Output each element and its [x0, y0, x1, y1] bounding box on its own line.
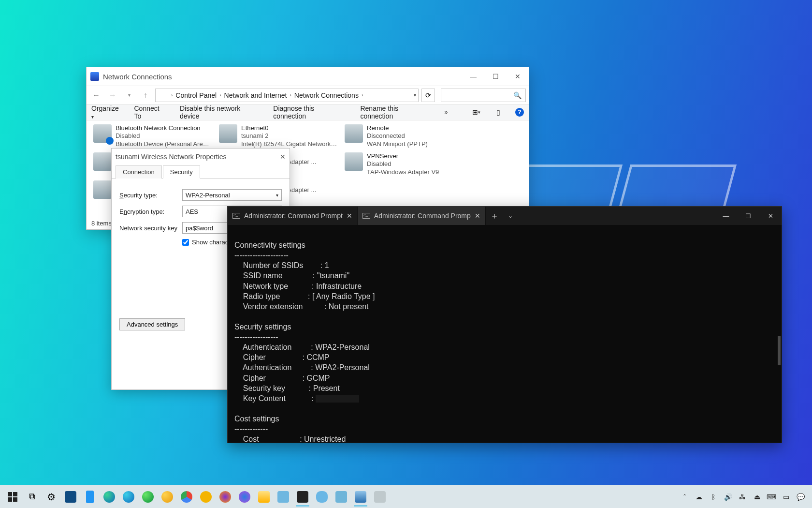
terminal-tabstrip: Administrator: Command Prompt ✕ Administ…: [228, 207, 782, 225]
terminal-tab-1[interactable]: Administrator: Command Prompt ✕: [228, 207, 358, 225]
conn-status: Disconnected: [367, 132, 428, 140]
volume-tray-icon[interactable]: 🔊: [723, 493, 733, 501]
app-icon-2[interactable]: [370, 487, 390, 507]
forward-button[interactable]: →: [106, 89, 119, 102]
terminal-taskbar-icon[interactable]: [293, 487, 312, 507]
edge-canary-icon[interactable]: [158, 487, 177, 507]
chrome-icon[interactable]: [177, 487, 196, 507]
rename-cmd[interactable]: Rename this connection: [360, 105, 433, 120]
props-titlebar[interactable]: tsunami Wireless Network Properties ✕: [112, 149, 290, 165]
disable-device-cmd[interactable]: Disable this network device: [180, 105, 261, 120]
tray-expand-icon[interactable]: ˄: [680, 493, 689, 501]
nc-titlebar[interactable]: Network Connections — ☐ ✕: [87, 67, 529, 86]
tab-dropdown-button[interactable]: ⌄: [503, 207, 518, 225]
terminal-tab-2-title: Administrator: Command Promp: [374, 212, 471, 220]
svg-rect-0: [8, 492, 12, 496]
edge-beta-icon[interactable]: [119, 487, 138, 507]
refresh-button[interactable]: ⟳: [421, 89, 435, 102]
diagnose-cmd[interactable]: Diagnose this connection: [273, 105, 348, 120]
organize-menu[interactable]: Organize: [91, 105, 122, 120]
taskbar: ⧉ ⚙ ˄ ☁ ᛒ 🔊 🖧 ⏏ ⌨ ▭ 💬: [0, 485, 812, 508]
props-close-button[interactable]: ✕: [280, 153, 286, 161]
onedrive-tray-icon[interactable]: ☁: [694, 493, 704, 501]
control-panel-taskbar-icon[interactable]: [351, 487, 370, 507]
keyboard-tray-icon[interactable]: ⌨: [767, 493, 776, 501]
connection-ethernet0[interactable]: Ethernet0 tsunami 2 Intel(R) 82574L Giga…: [219, 124, 340, 148]
onedrive-icon[interactable]: [312, 487, 332, 507]
adapter-icon: [345, 152, 363, 171]
network-tray-icon[interactable]: 🖧: [738, 493, 747, 501]
search-box[interactable]: 🔍: [441, 89, 526, 102]
advanced-settings-button[interactable]: Advanced settings: [119, 318, 185, 330]
conn-device: WAN Miniport (PPTP): [367, 140, 428, 148]
usb-tray-icon[interactable]: ⏏: [752, 493, 762, 501]
terminal-tab-2[interactable]: Administrator: Command Promp ✕: [358, 207, 486, 225]
explorer-icon[interactable]: [254, 487, 274, 507]
connection-remote[interactable]: Remote Disconnected WAN Miniport (PPTP): [345, 124, 465, 148]
firefox-icon[interactable]: [216, 487, 235, 507]
back-button[interactable]: ←: [89, 89, 103, 102]
nc-title: Network Connections: [103, 73, 172, 81]
crumb-network-connections[interactable]: Network Connections: [294, 91, 359, 99]
conn-name: VPNServer: [367, 152, 439, 160]
conn-name: Remote: [367, 124, 428, 132]
adapter-icon: [93, 180, 112, 199]
notifications-tray-icon[interactable]: 💬: [796, 493, 805, 501]
up-button[interactable]: ↑: [139, 89, 152, 102]
more-cmds[interactable]: »: [444, 109, 448, 116]
tab-close-icon[interactable]: ✕: [347, 212, 352, 220]
crumb-control-panel[interactable]: Control Panel: [175, 91, 217, 99]
cmd-icon: [362, 213, 370, 219]
firefox-dev-icon[interactable]: [235, 487, 254, 507]
view-options-icon[interactable]: ⊞ ▾: [471, 107, 481, 118]
conn-device: Intel(R) 82574L Gigabit Network C...: [241, 140, 338, 148]
label-network-key: Network security key: [119, 224, 182, 232]
show-characters-checkbox[interactable]: [182, 239, 189, 246]
input-tray-icon[interactable]: ▭: [781, 493, 791, 501]
connection-bluetooth[interactable]: Bluetooth Network Connection Disabled Bl…: [93, 124, 214, 148]
chrome-canary-icon[interactable]: [196, 487, 216, 507]
tab-close-icon[interactable]: ✕: [475, 212, 480, 220]
edge-icon[interactable]: [100, 487, 119, 507]
terminal-close-button[interactable]: ✕: [759, 207, 782, 225]
adapter-icon: [345, 124, 363, 143]
terminal-output[interactable]: Connectivity settings ------------------…: [228, 225, 782, 443]
task-view-button[interactable]: ⧉: [22, 487, 42, 507]
phone-icon[interactable]: [80, 487, 100, 507]
breadcrumb[interactable]: › Control Panel› Network and Internet› N…: [155, 89, 419, 102]
edge-dev-icon[interactable]: [138, 487, 158, 507]
tab-security[interactable]: Security: [163, 165, 200, 179]
preview-pane-icon[interactable]: ▯: [493, 107, 504, 118]
tab-connection[interactable]: Connection: [116, 165, 162, 179]
app-icon-1[interactable]: [332, 487, 351, 507]
breadcrumb-icon: [158, 91, 166, 100]
connection-vpnserver[interactable]: VPNServer Disabled TAP-Windows Adapter V…: [345, 152, 465, 176]
store-icon[interactable]: [61, 487, 80, 507]
new-tab-button[interactable]: ＋: [486, 207, 503, 225]
connect-to-cmd[interactable]: Connect To: [134, 105, 168, 120]
crumb-network-internet[interactable]: Network and Internet: [224, 91, 287, 99]
start-button[interactable]: [3, 487, 22, 507]
minimize-button[interactable]: —: [462, 68, 484, 85]
terminal-minimize-button[interactable]: —: [715, 207, 737, 225]
settings-icon[interactable]: ⚙: [42, 487, 61, 507]
help-icon[interactable]: ?: [515, 108, 524, 117]
adapter-icon: [219, 124, 237, 143]
mail-icon[interactable]: [274, 487, 293, 507]
nc-command-bar: Organize Connect To Disable this network…: [87, 104, 529, 120]
label-encryption-type: Encryption type:: [119, 208, 182, 215]
terminal-maximize-button[interactable]: ☐: [737, 207, 759, 225]
nc-app-icon: [90, 72, 99, 81]
props-tabstrip: Connection Security: [112, 165, 290, 179]
search-icon: 🔍: [513, 91, 522, 99]
security-type-select[interactable]: WPA2-Personal: [182, 189, 282, 201]
terminal-scrollbar[interactable]: [778, 336, 781, 365]
terminal-tab-1-title: Administrator: Command Prompt: [244, 212, 343, 220]
maximize-button[interactable]: ☐: [484, 68, 507, 85]
conn-status: tsunami 2: [241, 132, 338, 140]
system-tray: ˄ ☁ ᛒ 🔊 🖧 ⏏ ⌨ ▭ 💬: [680, 493, 809, 501]
close-button[interactable]: ✕: [507, 68, 529, 85]
recent-dropdown[interactable]: ▾: [122, 89, 136, 102]
item-count: 8 items: [91, 220, 112, 227]
bluetooth-tray-icon[interactable]: ᛒ: [709, 493, 718, 501]
